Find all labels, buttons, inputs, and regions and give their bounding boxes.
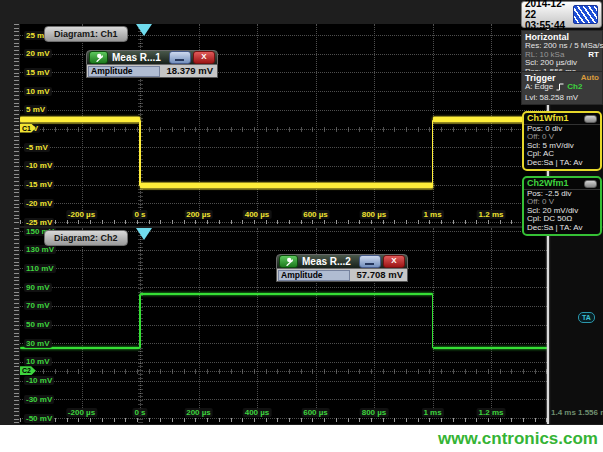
trigger-level-value: 58.258 mV — [539, 94, 578, 103]
h-gridline — [20, 306, 547, 307]
ch1-decimation: Dec:Sa | TA: Av — [524, 159, 600, 167]
badge-pill-icon[interactable] — [584, 115, 597, 123]
meas-popup-title: Meas R...1 — [110, 52, 167, 63]
trace-segment-ch1 — [140, 183, 433, 188]
x-axis-label: 600 µs — [301, 408, 330, 417]
x-minor-ticks — [20, 220, 547, 224]
tab-diagram2[interactable]: Diagram2: Ch2 — [44, 230, 128, 246]
x-axis-label: 1.2 ms — [477, 408, 506, 417]
trigger-position-marker-icon[interactable] — [136, 228, 152, 240]
dim-region — [549, 228, 603, 424]
x-axis-label-dim: 1.556 ms — [576, 408, 603, 417]
measurement-label: Amplitude — [88, 66, 160, 77]
y-axis-label: -5 mV — [24, 143, 50, 152]
trigger-mode: Auto — [581, 73, 599, 83]
close-button[interactable]: X — [193, 51, 215, 64]
x-minor-ticks — [20, 418, 547, 422]
y-axis-label: -10 mV — [24, 161, 54, 170]
meas-result-popup-2[interactable]: Meas R...2 X Amplitude 57.708 mV — [276, 254, 408, 282]
x-axis-label-dim: 1.4 ms — [549, 408, 578, 417]
y-axis-label: 50 mV — [24, 320, 52, 329]
zero-axis-ruler — [20, 369, 547, 374]
y-axis-label: -30 mV — [24, 395, 54, 404]
trigger-level-label: Lvl: — [525, 94, 537, 103]
y-axis-label: -20 mV — [24, 199, 54, 208]
y-axis-label: 15 mV — [24, 68, 52, 77]
y-axis-label: -15 mV — [24, 180, 54, 189]
screenshot-root: Diagram1: Ch1 25 mV20 mV15 mV10 mV5 mV0 … — [0, 0, 603, 452]
trigger-settings-panel[interactable]: TriggerAuto A: Edge Ch2 Lvl:58.258 mV — [521, 71, 603, 105]
x-axis-label: 800 µs — [360, 408, 389, 417]
y-axis-label: 5 mV — [24, 105, 47, 114]
rohde-schwarz-logo-icon — [573, 5, 598, 24]
h-gridline — [20, 91, 547, 92]
ch2-waveform-badge[interactable]: Ch2Wfm1 Pos: -2.5 div Off: 0 V Scl: 20 m… — [522, 176, 602, 236]
meas-result-popup-1[interactable]: Meas R...1 X Amplitude 18.379 mV — [86, 50, 218, 78]
trace-segment-ch2 — [140, 293, 433, 295]
h-gridline — [20, 287, 547, 288]
v-gridline — [199, 228, 200, 416]
y-axis-label: 90 mV — [24, 283, 52, 292]
h-gridline — [20, 250, 547, 251]
y-axis-label: 20 mV — [24, 49, 52, 58]
meas-popup-header[interactable]: Meas R...2 X — [276, 254, 408, 269]
date-label: 2014-12-22 — [525, 0, 573, 20]
h-gridline — [20, 203, 547, 204]
v-gridline — [491, 228, 492, 416]
y-axis-label: 10 mV — [24, 357, 52, 366]
h-gridline — [20, 343, 547, 344]
ch2-decimation: Dec:Sa | TA: Av — [524, 224, 600, 232]
h-gridline — [20, 166, 547, 167]
v-gridline — [257, 228, 258, 416]
y-minor-ticks-diagram1 — [14, 24, 19, 226]
wrench-settings-icon[interactable] — [279, 255, 298, 268]
trace-segment-ch1 — [20, 117, 140, 122]
watermark-text: www.cntronics.com — [438, 430, 603, 448]
y-axis-label: 30 mV — [24, 339, 52, 348]
x-axis-label: 200 µs — [184, 408, 213, 417]
x-axis-label: -200 µs — [66, 210, 97, 219]
tab-diagram1[interactable]: Diagram1: Ch1 — [44, 26, 128, 42]
y-minor-ticks-diagram2 — [14, 228, 19, 424]
oscilloscope-screen: Diagram1: Ch1 25 mV20 mV15 mV10 mV5 mV0 … — [0, 0, 603, 425]
meas-popup-header[interactable]: Meas R...1 X — [86, 50, 218, 65]
trace-edge-ch2 — [139, 294, 141, 348]
ch1-waveform-badge[interactable]: Ch1Wfm1 Pos: 0 div Off: 0 V Scl: 5 mV/di… — [522, 111, 602, 171]
x-axis-label: 1 ms — [421, 408, 443, 417]
y-axis-label: 130 mV — [24, 245, 56, 254]
minimize-button[interactable] — [169, 51, 191, 64]
measurement-row: Amplitude 18.379 mV — [86, 65, 218, 78]
h-gridline — [20, 147, 547, 148]
y-axis-label: -25 mV — [24, 218, 54, 227]
close-button[interactable]: X — [383, 255, 405, 268]
y-axis-label: -50 mV — [24, 414, 54, 423]
h-gridline — [20, 399, 547, 400]
x-axis-label: 800 µs — [360, 210, 389, 219]
trigger-level-badge[interactable]: TA — [578, 312, 595, 323]
x-axis-label: 200 µs — [184, 210, 213, 219]
y-axis-label: 70 mV — [24, 301, 52, 310]
meas-popup-title: Meas R...2 — [300, 256, 357, 267]
measurement-value: 18.379 mV — [160, 66, 216, 76]
x-axis-label: 1 ms — [421, 210, 443, 219]
measurement-value: 57.708 mV — [350, 270, 406, 280]
v-gridline — [82, 228, 83, 416]
x-axis-label: -200 µs — [66, 408, 97, 417]
trace-segment-ch2 — [433, 347, 547, 349]
wrench-settings-icon[interactable] — [89, 51, 108, 64]
x-axis-label: 0 s — [132, 408, 147, 417]
measurement-row: Amplitude 57.708 mV — [276, 269, 408, 282]
x-axis-label: 600 µs — [301, 210, 330, 219]
zero-axis-ruler — [20, 127, 547, 132]
minimize-button[interactable] — [359, 255, 381, 268]
trigger-position-marker-icon[interactable] — [136, 24, 152, 36]
h-gridline — [20, 381, 547, 382]
y-axis-label: 10 mV — [24, 87, 52, 96]
h-gridline — [20, 362, 547, 363]
badge-pill-icon[interactable] — [584, 180, 597, 188]
measurement-label: Amplitude — [278, 270, 350, 281]
x-axis-label: 0 s — [132, 210, 147, 219]
h-gridline — [20, 110, 547, 111]
x-axis-label: 1.2 ms — [477, 210, 506, 219]
y-axis-label: 110 mV — [24, 264, 56, 273]
